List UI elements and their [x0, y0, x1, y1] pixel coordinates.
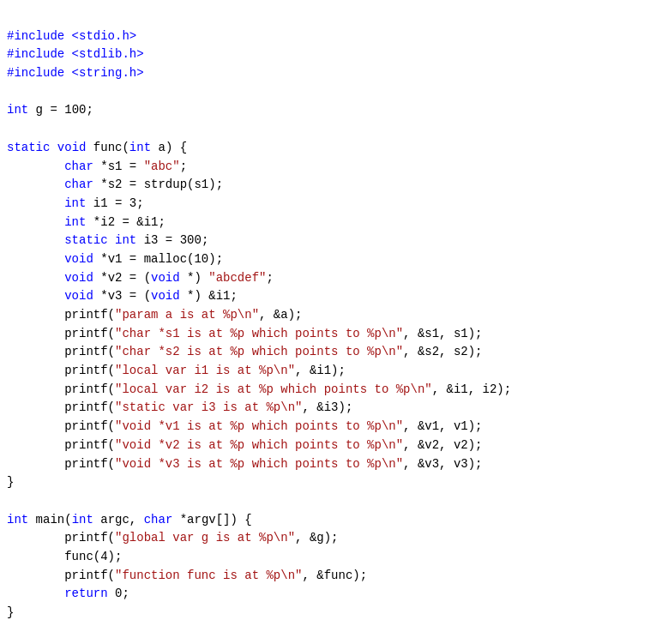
line-printf-v3: printf("void *v3 is at %p which points t… [7, 457, 483, 471]
line-func-decl: static void func(int a) { [7, 141, 187, 154]
line-s1: char *s1 = "abc"; [7, 159, 187, 173]
line-v1: void *v1 = malloc(10); [7, 252, 223, 266]
line-printf-func: printf("function func is at %p\n", &func… [7, 569, 367, 582]
line-v2: void *v2 = (void *) "abcdef"; [7, 271, 274, 285]
line-printf-i2: printf("local var i2 is at %p which poin… [7, 382, 511, 396]
line-func-call: func(4); [7, 550, 122, 563]
line-i3: static int i3 = 300; [7, 233, 208, 247]
line-main-close: } [7, 605, 14, 619]
line-include-stdio: #include <stdio.h> [7, 29, 136, 43]
line-include-string: #include <string.h> [7, 66, 144, 80]
line-v3: void *v3 = (void *) &i1; [7, 289, 238, 303]
line-i1: int i1 = 3; [7, 196, 144, 210]
line-printf-a: printf("param a is at %p\n", &a); [7, 308, 302, 322]
line-s2: char *s2 = strdup(s1); [7, 178, 223, 191]
line-include-stdlib: #include <stdlib.h> [7, 47, 144, 61]
line-printf-i1: printf("local var i1 is at %p\n", &i1); [7, 364, 346, 377]
line-return: return 0; [7, 587, 129, 600]
line-printf-v2: printf("void *v2 is at %p which points t… [7, 438, 483, 452]
line-printf-i3: printf("static var i3 is at %p\n", &i3); [7, 400, 352, 414]
line-printf-v1: printf("void *v1 is at %p which points t… [7, 419, 483, 433]
line-printf-s2: printf("char *s2 is at %p which points t… [7, 345, 483, 358]
line-func-close: } [7, 475, 14, 489]
line-main-decl: int main(int argc, char *argv[]) { [7, 513, 252, 527]
line-printf-g: printf("global var g is at %p\n", &g); [7, 531, 339, 545]
line-printf-s1: printf("char *s1 is at %p which points t… [7, 327, 483, 340]
line-global-g: int g = 100; [7, 103, 93, 117]
code-editor: #include <stdio.h> #include <stdlib.h> #… [7, 9, 649, 623]
line-i2: int *i2 = &i1; [7, 215, 166, 229]
